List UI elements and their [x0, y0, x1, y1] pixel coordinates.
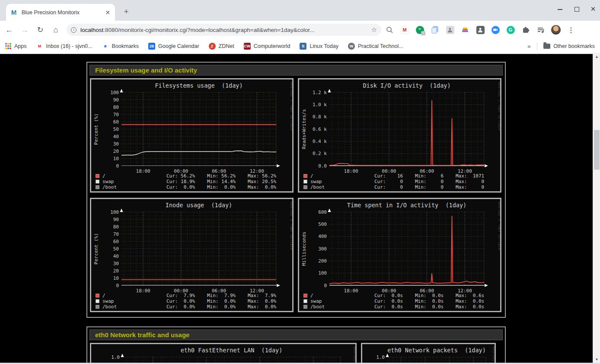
- url-text[interactable]: localhost:8080/monitorix-cgi/monitorix.c…: [80, 27, 369, 33]
- tab-title: Blue Precision Monitorix: [22, 9, 104, 16]
- gmail-icon: M: [36, 43, 43, 50]
- legend-min-value: Min: 0.0%: [207, 304, 248, 310]
- legend-min-value: Min: 0.0s: [415, 304, 456, 310]
- chart-panel-inode_usage[interactable]: 010203040506070809010018:0000:0006:0012:…: [90, 198, 294, 312]
- menu-kebab-icon[interactable]: ⋮: [566, 25, 576, 35]
- scroll-down-arrow-icon[interactable]: ▼: [593, 357, 600, 363]
- apps-grid-icon: [5, 43, 11, 49]
- legend-cur-value: Cur: 7.9%: [166, 293, 207, 298]
- minimize-button[interactable]: [557, 6, 564, 13]
- section-title-eth0: eth0 Network traffic and usage: [89, 329, 503, 340]
- svg-text:70: 70: [113, 112, 119, 117]
- legend-cur-value: Cur: 0.0%: [166, 304, 207, 310]
- search-icon[interactable]: [385, 25, 394, 35]
- playlist-icon[interactable]: [536, 25, 546, 35]
- url-host: localhost: [80, 27, 103, 33]
- bookmark-label: Linux Today: [310, 43, 338, 49]
- svg-text:RRDTOOL / TOBI OETIKER: RRDTOOL / TOBI OETIKER: [353, 347, 355, 363]
- legend-cur-value: Cur: 0.0s: [374, 304, 415, 310]
- copy-pages-icon[interactable]: [430, 25, 440, 35]
- legend-swatch: [96, 299, 99, 303]
- bookmark-label: Bookmarks: [112, 43, 139, 49]
- svg-text:200: 200: [318, 258, 327, 264]
- tab-blue-precision-monitorix[interactable]: M Blue Precision Monitorix ✕: [6, 4, 115, 21]
- legend-min-value: Min: 56.2%: [207, 173, 248, 179]
- chart-panel-disk_io[interactable]: 0.00.2 k0.4 k0.6 k0.8 k1.0 k1.2 k18:0000…: [298, 78, 501, 193]
- apps-shortcut[interactable]: Apps: [5, 43, 27, 49]
- bookmark-item-star[interactable]: ★Bookmarks: [102, 43, 139, 50]
- back-button[interactable]: ←: [3, 23, 16, 36]
- svg-text:0: 0: [116, 163, 119, 169]
- hangouts-icon[interactable]: “?: [415, 25, 424, 35]
- svg-text:50: 50: [113, 127, 119, 132]
- chart-panel-io_time[interactable]: 010020030040050060018:0000:0006:0012:00T…: [298, 198, 501, 312]
- svg-text:RRDTOOL / TOBI OETIKER: RRDTOOL / TOBI OETIKER: [498, 202, 500, 250]
- chart-panel-eth0_packets[interactable]: 0.00.10.20.30.40.50.60.70.80.91.0eth0 Ne…: [361, 343, 496, 363]
- address-bar[interactable]: i localhost:8080/monitorix-cgi/monitorix…: [67, 24, 381, 36]
- svg-text:18:00: 18:00: [136, 168, 150, 173]
- legend-min-value: Min: 0: [415, 184, 456, 190]
- reload-button[interactable]: ↻: [34, 23, 47, 36]
- svg-text:18:00: 18:00: [136, 288, 150, 292]
- tab-close-icon[interactable]: ✕: [104, 9, 112, 16]
- profile-light-icon[interactable]: [445, 25, 455, 35]
- page-scrollbar[interactable]: ▲ ▼: [593, 54, 600, 363]
- other-bookmarks-button[interactable]: Other bookmarks: [543, 43, 595, 49]
- profile-dark-icon[interactable]: [476, 25, 485, 35]
- legend-min-value: Min: 14.4%: [207, 179, 248, 184]
- home-button[interactable]: ⌂: [49, 23, 62, 36]
- legend-max-value: Max: 7.9%: [248, 293, 288, 298]
- maximize-button[interactable]: [573, 6, 580, 13]
- chart-panel-eth0_lan[interactable]: 0.00.10.20.30.40.50.60.70.80.91.0eth0 Fa…: [90, 343, 357, 363]
- legend-io_time: /Cur: 0.0sMin: 0.0sMax: 0.6sswapCur: 0.0…: [299, 292, 500, 311]
- grammarly-icon[interactable]: G: [506, 25, 515, 35]
- svg-text:Milliseconds: Milliseconds: [301, 231, 307, 266]
- svg-text:500: 500: [318, 222, 327, 227]
- bookmark-item-linuxtoday[interactable]: ltLinux Today: [300, 43, 338, 50]
- scrollbar-thumb[interactable]: [594, 130, 600, 170]
- legend-series-name: /: [102, 293, 166, 298]
- legend-swatch: [96, 174, 99, 178]
- bookmark-item-zdnet[interactable]: ZZDNet: [209, 43, 234, 50]
- svg-text:RRDTOOL / TOBI OETIKER: RRDTOOL / TOBI OETIKER: [498, 82, 500, 131]
- legend-cur-value: Cur: 0.0%: [166, 184, 207, 190]
- bookmark-star-icon[interactable]: ☆: [371, 26, 377, 34]
- legend-max-value: Max: 1071: [456, 173, 496, 179]
- legend-max-value: Max: 0: [456, 179, 496, 184]
- chart-panel-fs_usage[interactable]: 010203040506070809010018:0000:0006:0012:…: [90, 78, 294, 193]
- bookmark-item-calendar[interactable]: 28Google Calendar: [148, 43, 199, 50]
- legend-max-value: Max: 0.0%: [248, 304, 288, 310]
- gmail-icon[interactable]: M: [400, 25, 409, 35]
- books-icon[interactable]: [460, 25, 470, 35]
- svg-text:600: 600: [318, 209, 327, 215]
- window-close-button[interactable]: ✕: [590, 6, 597, 13]
- avatar[interactable]: [551, 25, 561, 35]
- zoom-camera-icon[interactable]: [491, 25, 500, 35]
- legend-row: /Cur: 56.2%Min: 56.2%Max: 56.2%: [96, 173, 292, 179]
- legend-cur-value: Cur: 0: [374, 179, 415, 184]
- apps-label: Apps: [14, 43, 27, 49]
- svg-text:Reads+Writes/s: Reads+Writes/s: [301, 109, 307, 149]
- legend-swatch: [96, 305, 99, 309]
- bookmark-item-wordpress[interactable]: WPractical Technol...: [348, 43, 403, 50]
- legend-row: /bootCur: 0Min: 0Max: 0: [303, 184, 500, 190]
- page-info-icon[interactable]: i: [71, 27, 77, 33]
- legend-series-name: /boot: [310, 304, 374, 310]
- legend-row: /bootCur: 0.0%Min: 0.0%Max: 0.0%: [96, 304, 292, 310]
- legend-max-value: Max: 56.2%: [248, 173, 288, 179]
- svg-text:10: 10: [113, 156, 119, 161]
- bookmarks-overflow-chevron[interactable]: »: [527, 42, 531, 50]
- scroll-up-arrow-icon[interactable]: ▲: [593, 54, 600, 60]
- svg-text:0.4 k: 0.4 k: [313, 139, 327, 144]
- computerworld-icon: CW: [244, 43, 251, 50]
- svg-text:12:00: 12:00: [458, 288, 472, 292]
- new-tab-button[interactable]: +: [121, 7, 131, 16]
- bookmark-item-gmail[interactable]: MInbox (16) - sjvn0...: [36, 43, 93, 50]
- legend-swatch: [303, 299, 307, 303]
- forward-button[interactable]: →: [18, 23, 31, 36]
- bookmark-label: Google Calendar: [158, 43, 199, 49]
- bookmark-item-computerworld[interactable]: CWComputerworld: [244, 43, 290, 50]
- svg-text:06:00: 06:00: [212, 288, 226, 292]
- tab-strip: M Blue Precision Monitorix ✕ + ✕: [0, 0, 600, 21]
- puzzle-icon[interactable]: [521, 25, 530, 35]
